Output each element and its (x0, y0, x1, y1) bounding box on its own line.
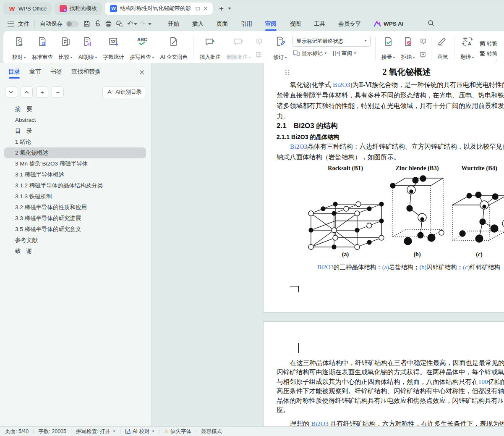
print-preview-icon[interactable] (114, 19, 124, 29)
previous-change-icon[interactable] (419, 37, 427, 46)
menu-tab-引用[interactable]: 引用 (240, 18, 253, 30)
sidebar-tab-目录[interactable]: 目录 (8, 68, 20, 79)
toc-item[interactable]: 2 氧化铋概述 (4, 147, 146, 158)
compare-button[interactable]: 比较 (56, 33, 76, 63)
next-comment-icon (255, 50, 263, 60)
reject-change-button[interactable]: 拒绝 (398, 33, 418, 63)
toc-item[interactable]: 3 Mn 掺杂 Bi2O3 稀磁半导体 (0, 158, 151, 169)
group-expand-icon[interactable]: ⌟ (495, 57, 497, 62)
delete-comment-icon (233, 35, 244, 48)
proofread-button[interactable]: 校对 (9, 33, 29, 63)
restore-window-icon[interactable] (196, 6, 200, 11)
ai-proofread-status[interactable]: AI 校对 (125, 428, 154, 435)
toc-item[interactable]: 摘 要 (0, 104, 151, 115)
compatibility-mode-badge[interactable]: 兼容模式 (201, 428, 222, 435)
toc-item[interactable]: 3.3 稀磁半导体的研究进展 (0, 213, 151, 224)
ai-polish-button[interactable]: AI 全文润色 (157, 33, 191, 63)
toc-item[interactable]: 1 绪论 (0, 137, 151, 147)
toc-item[interactable]: Abstract (0, 115, 151, 126)
menu-tab-审阅[interactable]: 审阅 (264, 18, 277, 30)
close-tab-icon[interactable] (204, 6, 208, 11)
translate-button[interactable]: 文A 翻译 (457, 33, 477, 63)
jian-glyph-icon: 简 (480, 40, 485, 47)
document-page-1[interactable]: 2 氧化铋概述 氧化铋(化学式 Bi2O3)为Ⅱ-Ⅵ族化合物，是一种传统的具有压… (263, 63, 504, 313)
expand-all-button[interactable] (21, 87, 33, 98)
sidebar-tab-书签[interactable]: 书签 (50, 68, 62, 79)
tab-document-label: 结构对称性对氧化铋能带的影 (120, 5, 191, 12)
figure-label-zinc-blende: Zinc blende (B3) (389, 165, 445, 172)
toc-item[interactable]: 3.2 稀磁半导体的性质和应用 (0, 202, 151, 213)
print-icon[interactable] (103, 19, 113, 29)
sidebar-close-icon[interactable] (139, 69, 144, 76)
save-icon[interactable] (81, 19, 91, 29)
tab-docer-templates[interactable]: AI 找稻壳模板 (55, 3, 102, 15)
document-canvas[interactable]: 2 氧化铋概述 氧化铋(化学式 Bi2O3)为Ⅱ-Ⅵ族化合物，是一种传统的具有压… (151, 63, 504, 427)
word-count-indicator[interactable]: 字数: 20005 (38, 428, 66, 435)
toc-item[interactable]: 目 录 (0, 126, 151, 137)
menu-tab-插入[interactable]: 插入 (191, 18, 204, 30)
export-pdf-icon[interactable] (92, 19, 102, 29)
undo-dropdown-icon[interactable] (134, 23, 137, 27)
show-markup-button[interactable]: 显示标记 (292, 49, 327, 58)
tab-list-dropdown-icon[interactable] (228, 8, 231, 11)
document-text-line: Bi2O3晶体有三种结构：六边纤锌矿结构、立方闪锌矿结构，以及比较罕见的氯化 (277, 142, 504, 151)
menu-tab-页面[interactable]: 页面 (216, 18, 229, 30)
menu-tab-视图[interactable]: 视图 (289, 18, 302, 30)
ai-recognize-icon (107, 89, 113, 95)
document-page-2[interactable]: 在这三种晶体结构中，纤锌矿结构在三者中稳定性最高，因而也是最常见的结构，闪锌矿结… (263, 321, 504, 427)
zoom-out-outline-button[interactable]: − (52, 87, 64, 98)
markup-state-dropdown[interactable]: 显示标记的最终状态 (292, 36, 371, 47)
page-indicator[interactable]: 页面: 5/40 (5, 428, 29, 435)
previous-comment-icon (255, 37, 263, 46)
sidebar-tab-章节[interactable]: 章节 (29, 68, 41, 79)
accept-change-button[interactable]: 接受 (379, 33, 398, 63)
spell-check-button[interactable]: ABC 拼写检查 (127, 33, 157, 63)
document-text-line: 禁带直接带隙半导体材料，具有多种不同的形态结构，在光电、压电、热电和铁电 (277, 91, 504, 100)
spell-check-icon: ABC (136, 35, 149, 48)
next-change-icon[interactable] (419, 50, 427, 60)
toc-item[interactable]: 3.1.2 稀磁半导体的晶体结构及分类 (0, 180, 151, 191)
simplified-to-traditional-button[interactable]: 简 转繁 (480, 39, 497, 48)
menu-tab-开始[interactable]: 开始 (167, 18, 180, 30)
tab-document[interactable]: W 结构对称性对氧化铋能带的影 (105, 3, 213, 15)
zoom-in-outline-button[interactable]: + (36, 87, 48, 98)
wps-ai-entry[interactable]: WPS AI (373, 21, 404, 27)
toc-item[interactable]: 3.5 稀磁半导体的研究意义 (0, 224, 151, 235)
track-changes-button[interactable]: 修订 (270, 33, 290, 63)
ink-brush-button[interactable]: 画笔 (434, 33, 451, 63)
toc-item[interactable]: 3.1.3 铁磁机制 (0, 191, 151, 202)
document-text-line: 理想的 Bi2O3 具有纤锌矿结构，六方对称性，在许多生长条件下，表现为热力 (277, 420, 504, 427)
tab-wps-home[interactable]: W WPS Office (3, 3, 52, 15)
missing-font-warning[interactable]: ⚠缺失字体 (164, 428, 191, 435)
ai-proofread-caret-icon (152, 431, 154, 433)
search-icon[interactable] (428, 20, 435, 28)
word-count-button[interactable]: 12 字数统计 (100, 33, 127, 63)
docer-icon: AI (60, 5, 67, 12)
toc-item[interactable]: 参考文献 (0, 235, 151, 246)
word-count-icon: 12 (108, 35, 119, 48)
menu-tab-工具[interactable]: 工具 (313, 18, 326, 30)
ai-read-aloud-button[interactable]: AI朗读 (76, 33, 100, 63)
document-text-line: 晶体的对称性质使得纤锌矿结构具有压电效应和焦热点效应，闪锌矿结构具有压电效 (277, 397, 504, 405)
autosave-toggle[interactable] (66, 21, 78, 27)
figure-sublabel-b: (b) (389, 251, 445, 258)
collapse-all-button[interactable] (5, 87, 17, 98)
insert-comment-button[interactable]: 插入批注 (197, 33, 224, 63)
ai-recognize-toc-button[interactable]: AI识别目录 (102, 86, 146, 98)
toc-item[interactable]: 3.1 稀磁半导体概述 (0, 169, 151, 180)
figure-label-rocksalt: Rocksalt (B1) (303, 165, 387, 172)
new-tab-button[interactable]: + (219, 5, 224, 13)
sidebar-tab-查找和替换[interactable]: 查找和替换 (71, 68, 101, 79)
spell-check-status[interactable]: 拼写检查: 打开 (76, 428, 115, 435)
history-dropdown-icon[interactable] (148, 23, 151, 27)
track-changes-icon (275, 35, 286, 48)
review-pane-button[interactable]: 审阅 (333, 49, 356, 58)
hamburger-menu-icon[interactable] (8, 21, 14, 26)
toc-item[interactable]: 致 谢 (0, 246, 151, 257)
file-menu[interactable]: 文件 (17, 20, 30, 28)
margin-mark-page2 (289, 343, 299, 353)
menu-tab-会员专享[interactable]: 会员专享 (337, 18, 362, 30)
document-text-line: 与相邻原子组成以其为中心的正四面体结构，然而，八面体结构只有在100亿帕的超 (277, 378, 504, 386)
standard-review-button[interactable]: 标准审查 (29, 33, 56, 63)
accept-change-icon (384, 35, 394, 48)
